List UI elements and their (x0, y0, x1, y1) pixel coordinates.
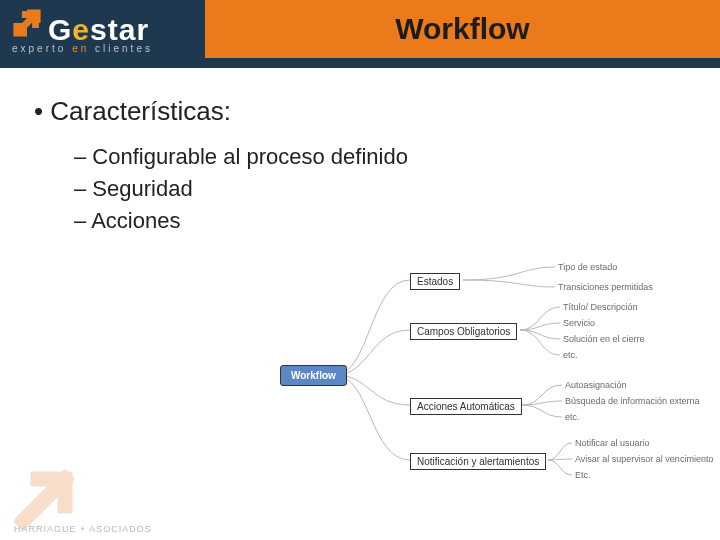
diagram-leaf: Título/ Descripción (563, 302, 638, 312)
diagram-branch: Estados (410, 273, 460, 290)
diagram-leaf: Etc. (575, 470, 591, 480)
bullet-list: Configurable al proceso definido Segurid… (74, 141, 686, 237)
workflow-diagram: Workflow Estados Campos Obligatorios Acc… (280, 265, 710, 485)
slide-header: Gestar experto en clientes Workflow (0, 0, 720, 68)
footer-arrow-icon (14, 470, 74, 530)
diagram-leaf: Transiciones permitidas (558, 282, 653, 292)
diagram-leaf: etc. (565, 412, 580, 422)
brand-tagline: experto en clientes (12, 43, 153, 54)
diagram-leaf: etc. (563, 350, 578, 360)
diagram-root: Workflow (280, 365, 347, 386)
footer-text: HARRIAGUE + ASOCIADOS (14, 524, 152, 534)
list-item: Seguridad (74, 173, 686, 205)
diagram-branch: Campos Obligatorios (410, 323, 517, 340)
diagram-leaf: Tipo de estado (558, 262, 617, 272)
arrow-icon (10, 6, 44, 40)
section-heading: Características: (34, 96, 686, 127)
diagram-branch: Notificación y alertamientos (410, 453, 546, 470)
brand-logo: Gestar (10, 6, 149, 47)
brand-name: Gestar (48, 13, 149, 47)
slide-title: Workflow (205, 0, 720, 58)
slide-content: Características: Configurable al proceso… (0, 68, 720, 237)
diagram-leaf: Notificar al usuario (575, 438, 650, 448)
diagram-leaf: Avisar al supervisor al vencimiento (575, 454, 713, 464)
diagram-leaf: Búsqueda de información externa (565, 396, 700, 406)
list-item: Configurable al proceso definido (74, 141, 686, 173)
diagram-branch: Acciones Automáticas (410, 398, 522, 415)
brand-logo-block: Gestar experto en clientes (0, 0, 205, 58)
list-item: Acciones (74, 205, 686, 237)
diagram-leaf: Servicio (563, 318, 595, 328)
diagram-leaf: Solución en el cierre (563, 334, 645, 344)
diagram-leaf: Autoasignación (565, 380, 627, 390)
